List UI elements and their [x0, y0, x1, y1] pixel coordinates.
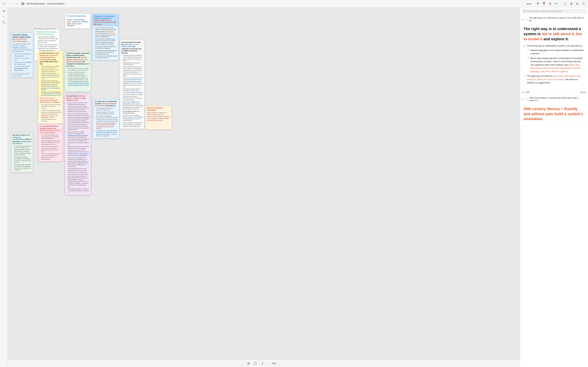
canvas-card-poetry[interactable]: To get the computer to generate poetry, …: [65, 51, 91, 92]
card-1-sub-2: We've been doing real-time conversation …: [530, 57, 585, 73]
panel-card-2-content: 20th century literacy = fluently and wit…: [520, 104, 588, 126]
card-2-doc-icon: 📄: [525, 98, 528, 100]
panel-card-1-content: The right way is to understand a system …: [520, 24, 588, 89]
right-panel: ▶ 📄 The right way is to understand a sys…: [520, 8, 588, 367]
svg-rect-1: [23, 2, 24, 4]
search-icon: [523, 10, 525, 12]
panel-cards: ▶ 📄 The right way is to understand a sys…: [520, 15, 588, 367]
grid-icon[interactable]: ⊞: [548, 1, 553, 6]
zoom-in-button[interactable]: +: [267, 361, 271, 366]
board-icon[interactable]: [20, 1, 25, 6]
canvas-card-authoring[interactable]: The new kind of authoring literacy = chi…: [65, 94, 91, 195]
sidebar-toggle-icon[interactable]: ⬡: [2, 1, 7, 6]
breadcrumb-root[interactable]: My Reading Notes: [26, 2, 45, 5]
canvas-card-science[interactable]: Science and Engineering Science = Unders…: [65, 14, 90, 28]
share-button[interactable]: Share: [524, 1, 534, 6]
left-sidebar: 🔍: [0, 8, 8, 367]
breadcrumb: My Reading Notes / Dynamic Medium: [26, 2, 64, 5]
card-2-chevron-icon: ▶: [522, 98, 524, 100]
canvas-card-purpose[interactable]: The purpose of computing is insight, not…: [92, 14, 119, 60]
card-1-sub-1: Spoken language is not a good medium to …: [530, 49, 585, 55]
svg-rect-9: [576, 4, 578, 5]
card-1-chevron-icon: ▶: [522, 18, 524, 20]
svg-rect-7: [576, 3, 577, 3]
more-icon[interactable]: •••: [554, 1, 559, 6]
eye-icon[interactable]: [246, 361, 251, 366]
canvas-card-20th-century[interactable]: 20th century literacy = fluently and wit…: [38, 96, 63, 124]
zoom-controls: + 32% −: [267, 361, 281, 366]
card-1-bullets: The wrong way to understand a system is …: [524, 44, 585, 84]
right-panel-search: [520, 8, 588, 15]
info-label: Info: [526, 91, 530, 93]
zoom-out-button[interactable]: −: [277, 361, 281, 366]
card-1-bullet-1: The wrong way to understand a system is …: [527, 44, 585, 73]
info-section: i Info Show: [520, 89, 588, 95]
outline-icon[interactable]: [575, 1, 580, 6]
bottom-bar: 🖨 + 32% −: [8, 359, 520, 367]
canvas-card-info-software[interactable]: Information software design is graphic d…: [11, 33, 33, 77]
svg-point-15: [523, 10, 525, 12]
card-2-heading: 20th century literacy = fluently and wit…: [524, 106, 585, 121]
breadcrumb-current[interactable]: Dynamic Medium: [47, 2, 64, 5]
search-tool[interactable]: 🔍: [1, 20, 6, 25]
canvas-card-media-thinking[interactable]: Media for Thinking the Unthinkable: Inve…: [145, 106, 172, 129]
canvas-card-need-teach[interactable]: We need to teach how to package up trans…: [11, 133, 33, 172]
svg-line-16: [525, 12, 525, 12]
cursor-tool[interactable]: [1, 9, 6, 14]
list-view-icon[interactable]: [569, 1, 574, 6]
panel-card-2-header[interactable]: ▶ 📄 20th century literacy = fluently and…: [520, 95, 588, 104]
search-input[interactable]: [527, 10, 585, 12]
panel-card-1-header[interactable]: ▶ 📄 The right way is to understand a sys…: [520, 15, 588, 24]
canvas-card-learning[interactable]: Learning happens through the improvement…: [120, 40, 144, 129]
pen-tool[interactable]: [1, 14, 6, 19]
svg-rect-5: [570, 4, 572, 4]
show-button[interactable]: Show: [580, 91, 586, 93]
card-1-doc-icon: 📄: [525, 18, 528, 21]
clock-icon[interactable]: ⏱: [581, 1, 586, 6]
svg-text:i: i: [523, 92, 524, 93]
canvas-area[interactable]: Most software is information software. I…: [8, 8, 520, 367]
info-icon: i: [522, 91, 525, 93]
panel-card-2-title: 20th century literacy = fluently and wit…: [529, 97, 586, 102]
svg-line-10: [3, 16, 4, 17]
panel-card-1: ▶ 📄 The right way is to understand a sys…: [520, 15, 588, 95]
toolbar: ⬡ ← → My Reading Notes / Dynamic Medium …: [0, 0, 588, 8]
canvas-card-difficult[interactable]: It is extremely difficult for children t…: [38, 124, 63, 162]
canvas-label-software: Most software is information software.: [33, 27, 58, 30]
flag-icon[interactable]: ⚑: [536, 1, 540, 6]
svg-rect-14: [254, 362, 256, 365]
svg-point-13: [248, 363, 249, 364]
back-button[interactable]: ←: [8, 1, 13, 6]
forward-button[interactable]: →: [14, 1, 19, 6]
svg-rect-2: [22, 4, 23, 5]
search-bar[interactable]: [521, 9, 587, 13]
card-1-heading: The right way is to understand a system …: [524, 26, 585, 42]
panel-toggle-icon[interactable]: ⬜: [563, 1, 568, 6]
svg-line-11: [4, 16, 5, 16]
svg-rect-6: [570, 4, 572, 5]
canvas-card-right-way[interactable]: The right way is to understand a system …: [93, 99, 120, 138]
print-icon[interactable]: 🖨: [260, 361, 265, 366]
card-1-bullet-2: The right way is to kind of get in there…: [527, 75, 585, 84]
zoom-level: 32%: [272, 362, 276, 365]
breadcrumb-sep: /: [46, 2, 46, 5]
svg-rect-8: [576, 4, 579, 4]
frame-icon[interactable]: [253, 361, 258, 366]
svg-rect-0: [22, 2, 23, 4]
svg-rect-4: [570, 3, 572, 3]
panel-card-1-title: The right way is to understand a system …: [529, 17, 586, 22]
svg-rect-3: [23, 4, 24, 5]
main-layout: 🔍 Most software is information software.…: [0, 8, 588, 367]
panel-card-2: ▶ 📄 20th century literacy = fluently and…: [520, 95, 588, 126]
calendar-icon[interactable]: 📅: [542, 1, 546, 6]
